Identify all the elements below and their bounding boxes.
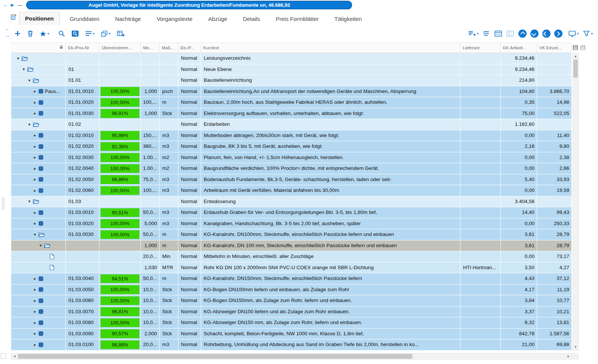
table-row[interactable]: ▸01.03.007096,81%10,0...StckNormalKG-Abz…: [11, 307, 572, 318]
expand-icon[interactable]: ▸: [33, 144, 37, 149]
column-header-ek[interactable]: EK Artikel/...: [501, 43, 537, 53]
table-row[interactable]: ▾01.02NormalErdarbeiten1.182,60: [11, 119, 572, 130]
freeze-rows-button[interactable]: [494, 31, 502, 37]
table-row[interactable]: ▸01.02.001095,98%150,...m3NormalMutterbo…: [11, 130, 572, 141]
table-row[interactable]: ▾01.01NormalBaustelleneinrichtung214,80: [11, 75, 572, 86]
expand-icon[interactable]: ▸: [33, 320, 37, 325]
expand-icon[interactable]: ▸: [33, 298, 37, 303]
column-header-ebp[interactable]: Eb-/P...: [178, 43, 201, 53]
pane-left-arrow[interactable]: ←: [5, 26, 10, 31]
table-row[interactable]: ▸01.03.0050100,00%10,0...StckNormalKG-Bo…: [11, 284, 572, 296]
pane-splitter[interactable]: [2, 197, 5, 210]
table-row[interactable]: ▸01.01.003096,91%1,000StckNormalElektrov…: [11, 108, 572, 119]
collapse-icon[interactable]: ▾: [16, 56, 21, 61]
table-row[interactable]: ▸01.03.004094,51%50,0...mNormalKG-Kanalr…: [11, 273, 572, 284]
table-row[interactable]: ▸01.02.0060100,00%100,...m3NormalArbeitr…: [11, 185, 572, 196]
expand-icon[interactable]: ▸: [33, 133, 37, 138]
expand-icon[interactable]: ▸: [33, 210, 37, 215]
expand-icon[interactable]: ▸: [33, 155, 37, 160]
tab-vorgangstexte[interactable]: Vorgangstexte: [151, 13, 198, 25]
structure-button[interactable]: [483, 31, 490, 37]
copy-button[interactable]: ▾: [101, 31, 111, 37]
table-row[interactable]: 20,0...MinNormalMittellohn in Minuten, e…: [11, 251, 572, 262]
tab-tätigkeiten[interactable]: Tätigkeiten: [329, 13, 367, 25]
collapse-dash-icon[interactable]: —: [18, 2, 22, 8]
table-row[interactable]: ▸01.02.0040100,00%1.00...m2NormalBaugrun…: [11, 163, 572, 174]
back-arrow-icon[interactable]: ←: [3, 2, 8, 8]
favorites-button[interactable]: ▾: [40, 31, 49, 37]
vertical-scrollbar[interactable]: ▲ ▼: [573, 53, 579, 351]
nav-right-button[interactable]: [554, 29, 562, 38]
table-row[interactable]: ▸01.03.001090,51%50,0...m3NormalErdaushu…: [11, 207, 572, 218]
collapse-icon[interactable]: ▾: [21, 67, 26, 72]
tab-positionen[interactable]: Positionen: [19, 12, 60, 25]
table-row[interactable]: ▸01.02.002092,38%360,...m3NormalBaugrube…: [11, 141, 572, 152]
view-toggle-table-icon[interactable]: [573, 45, 578, 52]
scroll-left-button[interactable]: ◄: [12, 354, 18, 359]
list-menu-button[interactable]: ▾: [85, 31, 95, 36]
expand-icon[interactable]: ▸: [33, 100, 37, 105]
pane-right-arrow[interactable]: →: [5, 33, 10, 38]
table-row[interactable]: ▾1,000mNormalKG-Kanalrohr, DN 100 mm, St…: [11, 240, 572, 252]
table-row[interactable]: ▾01.03NormalEntwässerung3.404,56: [11, 196, 572, 208]
column-header-match[interactable]: Übereinstimm...: [99, 43, 141, 53]
collapse-icon[interactable]: ▾: [27, 78, 32, 83]
table-row[interactable]: ▸01.02.005096,86%75,0...m3NormalBodenaus…: [11, 174, 572, 186]
table-row[interactable]: ▸01.01.0020100,00%100,...mNormalBauzaun,…: [11, 97, 572, 108]
table-row[interactable]: ▸01.03.0020100,00%5,000m3NormalKanalgrab…: [11, 218, 572, 230]
table-row[interactable]: ▸01.03.0080100,00%10,0...StckNormalKG-Ab…: [11, 317, 572, 329]
nav-up-button[interactable]: [518, 29, 527, 38]
scroll-down-button[interactable]: ▼: [573, 344, 578, 350]
screen-layout-button[interactable]: ▾: [568, 31, 579, 37]
delete-button[interactable]: [27, 30, 33, 37]
freeze-columns-button[interactable]: [506, 31, 514, 37]
tab-details[interactable]: Details: [237, 13, 266, 25]
scroll-right-button[interactable]: ►: [565, 354, 571, 359]
column-header-pos[interactable]: Eb-/Pos-Nr: [66, 43, 99, 53]
horizontal-scrollbar-thumb[interactable]: [18, 354, 412, 359]
tab-preis-formblätter[interactable]: Preis Formblätter: [270, 13, 324, 25]
search-button[interactable]: [58, 30, 65, 37]
expand-icon[interactable]: ▸: [33, 331, 37, 336]
column-header-unit[interactable]: Maß...: [160, 43, 178, 53]
nav-down-button[interactable]: [530, 29, 539, 38]
collapse-icon[interactable]: ▾: [33, 232, 37, 237]
collapse-icon[interactable]: ▾: [27, 122, 32, 127]
expand-icon[interactable]: ▸: [33, 287, 37, 292]
expand-icon[interactable]: ▸: [33, 276, 37, 281]
column-header-kurztext[interactable]: Kurztext: [201, 43, 460, 53]
column-header-menge[interactable]: Me...: [141, 43, 160, 53]
table-row[interactable]: ▾01NormalNeue Ebene9.234,46: [11, 64, 572, 75]
vertical-scrollbar-thumb[interactable]: [573, 60, 578, 78]
add-button[interactable]: [14, 30, 21, 37]
column-header-lieferant[interactable]: Lieferant: [460, 43, 501, 53]
expand-icon[interactable]: ▸: [33, 111, 37, 116]
table-row[interactable]: 1,030MTRNormalRohr KG DN 100 x 2000mm SN…: [11, 262, 572, 274]
tab-nachträge[interactable]: Nachträge: [110, 13, 147, 25]
tab-abzüge[interactable]: Abzüge: [203, 13, 233, 25]
expand-icon[interactable]: ▸: [33, 221, 37, 226]
table-row[interactable]: ▾01.03.0030100,00%50,0...mNormalKG-Kanal…: [11, 229, 572, 240]
insert-position-button[interactable]: ▾: [468, 31, 479, 37]
find-in-table-button[interactable]: [71, 30, 79, 37]
table-row[interactable]: ▸Paus...01.01.0010100,00%1,000pschNormal…: [11, 86, 572, 97]
expand-icon[interactable]: ▸: [33, 166, 37, 171]
scroll-up-button[interactable]: ▲: [573, 53, 578, 59]
expand-icon[interactable]: ▸: [33, 89, 37, 94]
table-row[interactable]: ▾NormalLeistungsverzeichnis9.234,46: [11, 53, 572, 64]
notes-icon[interactable]: [10, 14, 17, 22]
expand-icon[interactable]: ▸: [33, 188, 37, 193]
table-row[interactable]: ▸01.03.009090,57%2,000StckNormalSchacht,…: [11, 329, 572, 340]
transfer-table-button[interactable]: [117, 31, 125, 37]
expand-icon[interactable]: ▸: [33, 177, 37, 182]
table-row[interactable]: ▸01.03.0060100,00%10,0...StckNormalKG-Bo…: [11, 295, 572, 307]
nav-left-button[interactable]: [542, 29, 551, 38]
expand-icon[interactable]: ▸: [33, 309, 37, 314]
table-row[interactable]: ▸01.02.0030100,00%1.00...m2NormalPlanum,…: [11, 152, 572, 164]
tab-grunddaten[interactable]: Grunddaten: [64, 13, 105, 25]
view-toggle-split-icon[interactable]: [580, 45, 585, 52]
collapse-icon[interactable]: ▾: [27, 199, 32, 204]
table-row[interactable]: ▸01.03.010098,88%20,0...m3NormalRohrbett…: [11, 339, 572, 351]
horizontal-scrollbar[interactable]: ◄ ►: [11, 353, 572, 360]
column-header-vk[interactable]: VK Einzel...: [537, 43, 572, 53]
